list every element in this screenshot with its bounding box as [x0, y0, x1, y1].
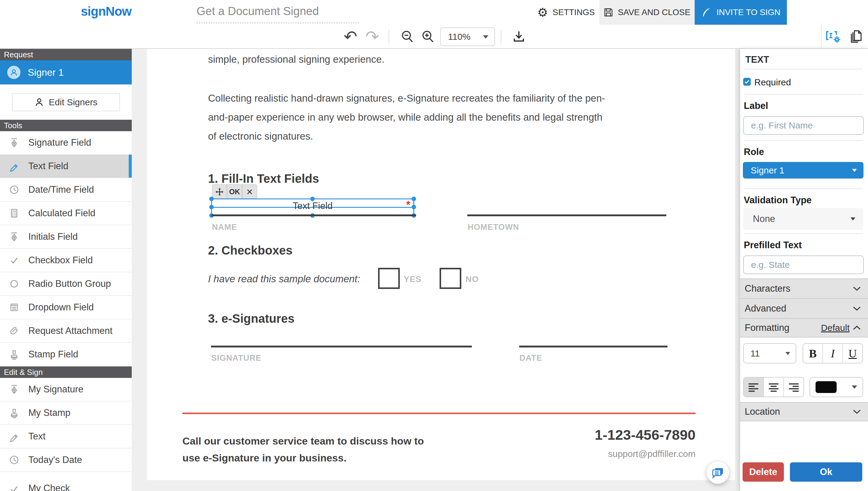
sidebar-item-radio-button-group[interactable]: Radio Button Group: [0, 272, 132, 296]
no-checkbox: [440, 268, 461, 289]
toolbar-divider: [501, 30, 501, 44]
sidebar-item-checkbox-field[interactable]: Checkbox Field: [0, 249, 132, 272]
sidebar-item-text[interactable]: Text: [0, 425, 132, 449]
sidebar-item-text-field[interactable]: Text Field: [0, 155, 132, 178]
chat-support-button[interactable]: [707, 461, 729, 484]
formatting-accordion[interactable]: Formatting Default: [740, 318, 868, 338]
sidebar-item-signature-field[interactable]: Signature Field: [0, 131, 132, 155]
move-field-button[interactable]: [212, 184, 227, 199]
pen-nib-icon: [8, 231, 21, 243]
align-left-button[interactable]: [744, 378, 764, 397]
color-swatch: [815, 381, 837, 393]
close-field-button[interactable]: [242, 184, 257, 199]
resize-handle[interactable]: [310, 197, 315, 201]
zoom-level-select[interactable]: 110%: [440, 27, 495, 46]
resize-handle[interactable]: [209, 205, 214, 209]
settings-button[interactable]: ⚙ SETTINGS: [537, 0, 598, 25]
chevron-down-icon: [853, 410, 861, 414]
pages-copy-button[interactable]: [849, 29, 864, 44]
sidebar-item-my-signature[interactable]: My Signature: [0, 378, 132, 401]
signnow-editor: signNow Get a Document Signed ⚙ SETTINGS…: [0, 0, 868, 491]
delete-button[interactable]: Delete: [743, 462, 784, 482]
bold-button[interactable]: B: [803, 344, 823, 363]
download-button[interactable]: [512, 30, 525, 43]
role-select[interactable]: Signer 1: [743, 162, 864, 178]
checkmark-icon: [8, 483, 21, 491]
gear-icon: ⚙: [537, 6, 548, 19]
characters-accordion[interactable]: Characters: [740, 278, 868, 299]
topbar: signNow Get a Document Signed ⚙ SETTINGS…: [0, 0, 868, 25]
sidebar-item-label: Calculated Field: [28, 208, 95, 219]
sidebar-item-initials-field[interactable]: Initials Field: [0, 225, 132, 249]
align-center-button[interactable]: [764, 378, 784, 397]
document-title[interactable]: Get a Document Signed: [197, 5, 319, 18]
sidebar-item-dropdown-field[interactable]: Dropdown Field: [0, 296, 132, 319]
chevron-down-icon: [853, 307, 861, 311]
advanced-accordion[interactable]: Advanced: [740, 298, 868, 319]
name-underline: [212, 214, 416, 216]
text-field-widget[interactable]: Text Field *: [211, 198, 414, 216]
support-phone: 1-123-456-7890: [595, 427, 696, 443]
role-value: Signer 1: [751, 165, 784, 176]
invite-to-sign-label: INVITE TO SIGN: [716, 7, 780, 17]
sidebar-item-label: Signature Field: [28, 137, 91, 148]
name-label: NAME: [212, 223, 237, 232]
italic-button[interactable]: I: [823, 344, 843, 363]
zoom-in-button[interactable]: [421, 30, 435, 44]
signature-underline: [211, 346, 472, 347]
zoom-out-button[interactable]: [400, 30, 414, 44]
toolbar-divider: [821, 25, 821, 48]
required-label: Required: [754, 77, 791, 87]
underline-button[interactable]: U: [843, 344, 862, 363]
sidebar-item-stamp-field[interactable]: Stamp Field: [0, 343, 132, 367]
validation-type-select[interactable]: None: [743, 208, 863, 230]
resize-handle[interactable]: [412, 197, 416, 201]
request-section-header: Request: [0, 49, 132, 60]
resize-handle[interactable]: [209, 197, 214, 201]
field-label: Text Field: [212, 201, 413, 211]
section3-heading: 3. e-Signatures: [208, 312, 295, 325]
undo-button[interactable]: ↶: [344, 28, 357, 45]
prefilled-text-input[interactable]: [743, 256, 864, 274]
characters-label: Characters: [745, 283, 790, 294]
sidebar-item-label: Date/Time Field: [28, 184, 94, 195]
sidebar-item-todays-date[interactable]: Today's Date: [0, 449, 132, 472]
footer-text: Call our customer service team to discus…: [182, 432, 424, 466]
chevron-up-icon: [853, 326, 861, 330]
label-input[interactable]: [743, 116, 864, 135]
paragraph-line: of electronic signatures.: [208, 127, 709, 146]
pencil-icon: [8, 430, 21, 442]
font-size-select[interactable]: 11: [743, 343, 796, 364]
location-accordion[interactable]: Location: [740, 402, 868, 421]
hometown-underline: [467, 214, 666, 216]
align-right-button[interactable]: [784, 378, 804, 397]
edit-signers-label: Edit Signers: [49, 97, 98, 107]
ok-button[interactable]: Ok: [790, 462, 862, 482]
sidebar-item-my-stamp[interactable]: My Stamp: [0, 401, 132, 425]
save-and-close-label: SAVE AND CLOSE: [618, 7, 690, 17]
required-checkbox[interactable]: [743, 78, 751, 86]
quill-icon: [701, 7, 712, 18]
floppy-icon: [604, 7, 613, 17]
sidebar-item-calculated-field[interactable]: Calculated Field: [0, 202, 132, 225]
resize-handle[interactable]: [412, 205, 416, 209]
field-properties-button[interactable]: [825, 29, 842, 44]
sidebar-item-my-check[interactable]: My Check: [0, 472, 132, 491]
invite-to-sign-button[interactable]: INVITE TO SIGN: [695, 0, 787, 25]
redo-button[interactable]: ↷: [365, 28, 379, 45]
sidebar-item-date-time-field[interactable]: Date/Time Field: [0, 178, 132, 202]
paragraph-line: Collecting realistic hand-drawn signatur…: [208, 89, 709, 108]
save-and-close-button[interactable]: SAVE AND CLOSE: [599, 0, 695, 25]
ok-field-button[interactable]: OK: [227, 184, 242, 199]
signer-1-item[interactable]: Signer 1: [0, 60, 132, 84]
document-page[interactable]: simple, professional signing experience.…: [147, 49, 735, 480]
font-color-select[interactable]: [809, 377, 863, 397]
caret-down-icon: [852, 385, 857, 389]
edit-signers-button[interactable]: Edit Signers: [12, 93, 120, 111]
formatting-default-link[interactable]: Default: [821, 323, 849, 333]
checkbox-prompt: I have read this sample document:: [208, 273, 360, 285]
caret-down-icon: [852, 169, 857, 172]
sidebar-item-label: My Signature: [28, 384, 84, 395]
yes-label: YES: [404, 275, 421, 284]
sidebar-item-request-attachment[interactable]: Request Attachment: [0, 319, 132, 343]
